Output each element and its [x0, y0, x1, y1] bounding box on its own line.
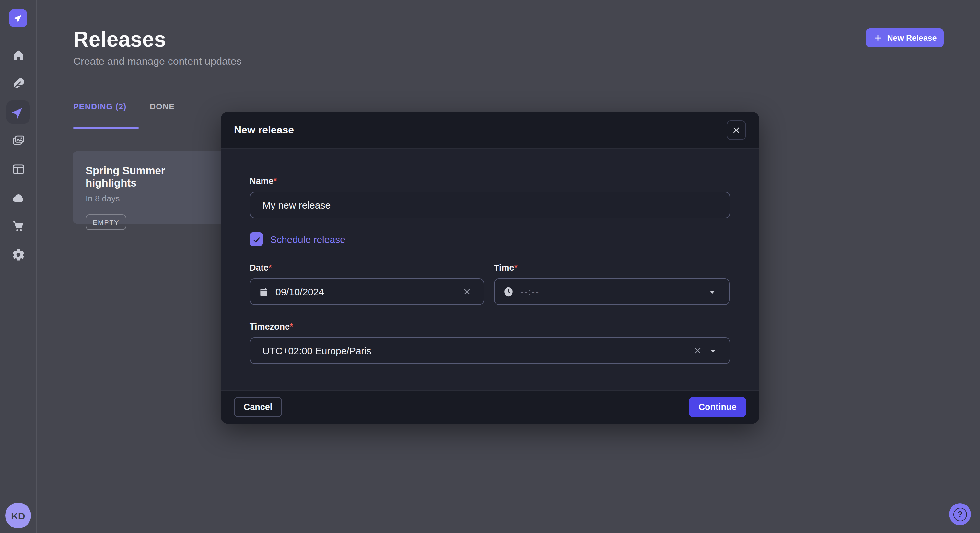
name-input[interactable]	[250, 192, 730, 218]
active-tab-indicator	[73, 127, 139, 128]
continue-button[interactable]: Continue	[689, 397, 746, 417]
modal-body: Name* Schedule release Date* Time*	[221, 149, 759, 364]
sidebar-nav	[0, 43, 36, 266]
new-release-modal: New release Name* Schedule release	[221, 112, 759, 424]
images-icon	[11, 134, 25, 148]
help-glyph: ?	[958, 510, 963, 519]
schedule-checkbox[interactable]	[250, 233, 263, 246]
new-release-label: New Release	[887, 33, 937, 43]
modal-title: New release	[234, 124, 294, 136]
sidebar-item-home[interactable]	[6, 43, 30, 67]
date-label: Date	[250, 263, 269, 273]
close-icon	[732, 125, 741, 135]
check-icon	[252, 235, 261, 244]
schedule-release-toggle[interactable]: Schedule release	[250, 233, 730, 246]
avatar-initials: KD	[11, 510, 25, 521]
release-card-due: In 8 days	[86, 194, 215, 203]
timezone-label: Timezone	[250, 322, 290, 332]
calendar-icon	[259, 287, 269, 297]
tab-pending[interactable]: PENDING (2)	[73, 102, 127, 111]
browser-window-icon	[11, 162, 25, 176]
sidebar-item-media[interactable]	[6, 129, 30, 152]
release-card-title: Spring Summer highlights	[86, 165, 215, 189]
chevron-down-icon	[707, 287, 718, 297]
cloud-icon	[11, 191, 25, 204]
name-label: Name	[250, 176, 274, 186]
release-status-badge: EMPTY	[86, 214, 126, 230]
new-release-button[interactable]: New Release	[866, 29, 944, 47]
app-screen: KD Releases Create and manage content up…	[0, 0, 980, 533]
date-time-fields: 09/10/2024 --:--	[250, 273, 730, 305]
sidebar-divider	[0, 499, 36, 499]
sidebar-item-pages[interactable]	[6, 157, 30, 181]
page-subtitle: Create and manage content updates	[73, 56, 242, 67]
timezone-value: UTC+02:00 Europe/Paris	[262, 345, 371, 356]
help-icon: ?	[953, 508, 967, 521]
help-button[interactable]: ?	[949, 503, 971, 525]
gear-icon	[11, 248, 25, 261]
date-time-labels: Date* Time*	[250, 262, 730, 273]
date-picker-field[interactable]: 09/10/2024	[250, 279, 484, 305]
sidebar: KD	[0, 0, 37, 533]
time-required-marker: *	[514, 263, 518, 273]
page-title: Releases	[73, 27, 166, 52]
sidebar-item-content[interactable]	[6, 72, 30, 95]
feather-icon	[11, 77, 25, 90]
send-logo-icon	[13, 12, 24, 23]
schedule-label: Schedule release	[270, 234, 345, 245]
time-label: Time	[494, 263, 514, 273]
modal-close-button[interactable]	[727, 121, 746, 140]
time-picker-field[interactable]: --:--	[494, 279, 730, 305]
app-logo[interactable]	[9, 9, 27, 27]
clock-icon	[503, 286, 514, 297]
timezone-select-field[interactable]: UTC+02:00 Europe/Paris	[250, 338, 730, 364]
date-required-marker: *	[269, 263, 272, 273]
time-dropdown-button[interactable]	[705, 287, 720, 297]
plus-icon	[873, 33, 883, 43]
date-value: 09/10/2024	[275, 286, 324, 297]
sidebar-item-releases[interactable]	[6, 100, 30, 124]
modal-footer: Cancel Continue	[221, 390, 759, 424]
tab-done[interactable]: DONE	[150, 102, 175, 111]
logo-box	[0, 0, 36, 36]
clear-x-icon	[462, 287, 472, 297]
send-icon	[11, 105, 25, 119]
chevron-down-icon	[708, 346, 718, 356]
sidebar-item-commerce[interactable]	[6, 214, 30, 238]
name-label-row: Name*	[250, 175, 730, 187]
clear-x-icon	[693, 346, 703, 355]
sidebar-item-cloud[interactable]	[6, 186, 30, 209]
cart-icon	[11, 219, 25, 233]
timezone-label-row: Timezone*	[250, 320, 730, 332]
user-avatar[interactable]: KD	[5, 503, 31, 528]
time-placeholder: --:--	[520, 286, 539, 297]
name-required-marker: *	[274, 176, 277, 186]
sidebar-item-settings[interactable]	[6, 243, 30, 266]
timezone-clear-button[interactable]	[690, 346, 705, 355]
timezone-required-marker: *	[290, 322, 293, 332]
modal-header: New release	[221, 112, 759, 149]
cancel-button[interactable]: Cancel	[234, 397, 282, 417]
home-icon	[11, 48, 25, 62]
release-card[interactable]: Spring Summer highlights In 8 days EMPTY	[73, 151, 228, 224]
date-clear-button[interactable]	[460, 287, 474, 297]
timezone-dropdown-button[interactable]	[705, 346, 721, 356]
